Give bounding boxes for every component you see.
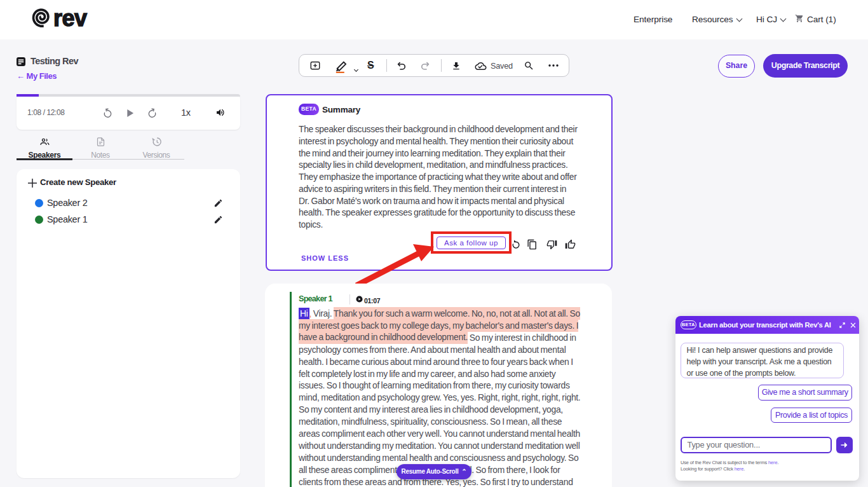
svg-text:rev: rev [53,5,87,31]
